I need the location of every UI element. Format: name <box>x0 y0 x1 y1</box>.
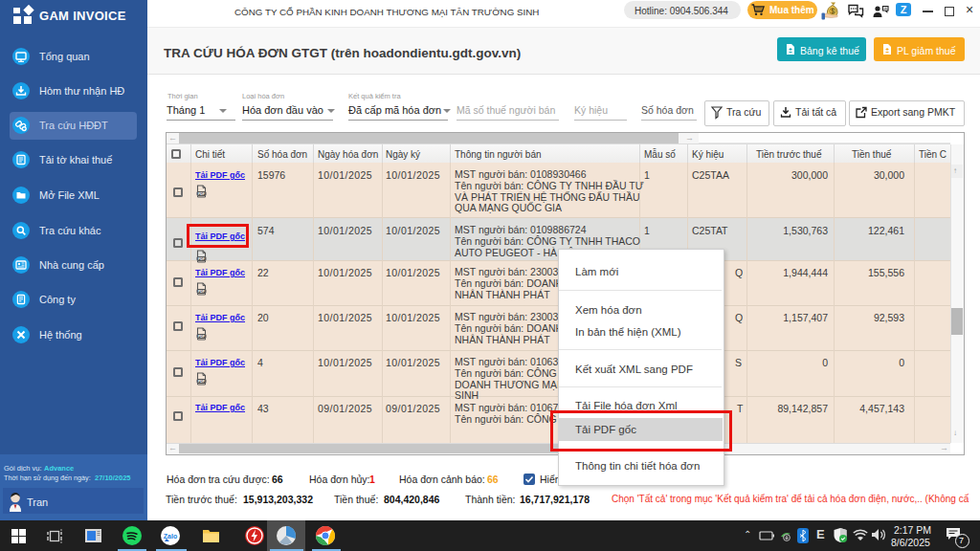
svg-text:Zalo: Zalo <box>164 533 177 540</box>
svg-text:Z: Z <box>901 4 907 15</box>
svg-text:$: $ <box>831 8 835 15</box>
